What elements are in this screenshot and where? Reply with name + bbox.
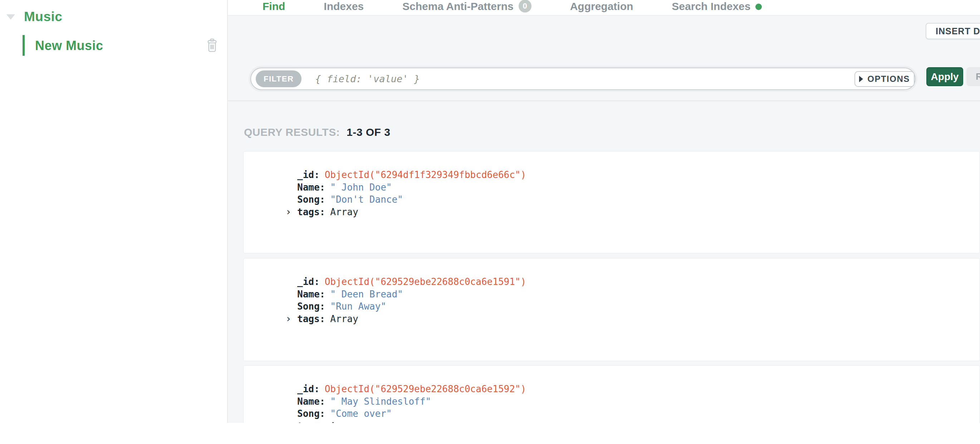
- field-key: tags:: [297, 207, 325, 217]
- field-value[interactable]: "Run Away": [330, 301, 386, 312]
- document-field-tags: › tags:Array: [243, 206, 980, 219]
- field-value[interactable]: "Don't Dance": [330, 194, 403, 205]
- document-card: _id:ObjectId("629529ebe22688c0ca6e1592")…: [243, 365, 980, 423]
- field-key: _id:: [297, 384, 320, 394]
- main-panel: Find Indexes Schema Anti-Patterns 0 Aggr…: [228, 0, 980, 423]
- query-results-count: 1-3 OF 3: [347, 126, 390, 138]
- trash-icon[interactable]: [206, 38, 218, 52]
- query-results-area: QUERY RESULTS: 1-3 OF 3 _id:ObjectId("62…: [228, 101, 980, 423]
- insert-document-button[interactable]: INSERT DOCU: [926, 23, 980, 39]
- field-value[interactable]: " John Doe": [330, 182, 391, 193]
- tab-schema-anti-patterns[interactable]: Schema Anti-Patterns 0: [402, 0, 531, 13]
- query-results-header: QUERY RESULTS: 1-3 OF 3: [244, 126, 390, 138]
- document-field-song: Song:"Don't Dance": [243, 193, 980, 206]
- tab-indexes[interactable]: Indexes: [324, 0, 364, 13]
- green-dot-icon: [756, 3, 762, 10]
- database-name[interactable]: Music: [24, 9, 62, 24]
- field-value[interactable]: " Deen Bread": [330, 289, 403, 300]
- field-key: Name:: [297, 396, 325, 407]
- field-key: tags:: [297, 421, 325, 423]
- field-key: Name:: [297, 289, 325, 300]
- options-button[interactable]: OPTIONS: [854, 71, 915, 87]
- document-field-tags: › tags:Array: [243, 420, 980, 423]
- tab-search-indexes-label: Search Indexes: [672, 0, 750, 13]
- sidebar-item-collection[interactable]: New Music: [0, 35, 227, 56]
- expand-chevron-icon[interactable]: ›: [286, 313, 296, 325]
- apply-button[interactable]: Apply: [926, 67, 963, 86]
- field-value[interactable]: Array: [330, 207, 358, 217]
- count-badge: 0: [519, 0, 531, 13]
- filter-input[interactable]: [315, 73, 847, 84]
- document-field-id: _id:ObjectId("629529ebe22688c0ca6e1591"): [243, 276, 980, 288]
- document-card: _id:ObjectId("629529ebe22688c0ca6e1591")…: [243, 258, 980, 361]
- tab-find-label: Find: [262, 0, 285, 13]
- document-field-name: Name:" John Doe": [243, 181, 980, 194]
- tab-schema-anti-patterns-label: Schema Anti-Patterns: [402, 0, 514, 13]
- query-toolbar: INSERT DOCU FILTER OPTIONS Apply R: [228, 16, 980, 101]
- expand-chevron-icon[interactable]: ›: [286, 420, 296, 423]
- field-key: Song:: [297, 301, 325, 312]
- tab-search-indexes[interactable]: Search Indexes: [672, 0, 762, 13]
- field-value[interactable]: Array: [330, 314, 358, 324]
- collection-name[interactable]: New Music: [35, 38, 103, 53]
- field-value[interactable]: Array: [330, 421, 358, 423]
- reset-label: R: [976, 71, 980, 82]
- tab-indexes-label: Indexes: [324, 0, 364, 13]
- document-field-tags: › tags:Array: [243, 313, 980, 325]
- field-key: _id:: [297, 170, 320, 180]
- tab-aggregation-label: Aggregation: [570, 0, 633, 13]
- document-card: _id:ObjectId("6294df1f329349fbbcd6e66c")…: [243, 151, 980, 254]
- tab-find[interactable]: Find: [262, 0, 285, 13]
- tab-aggregation[interactable]: Aggregation: [570, 0, 633, 13]
- field-key: Name:: [297, 182, 325, 193]
- document-field-id: _id:ObjectId("629529ebe22688c0ca6e1592"): [243, 383, 980, 395]
- query-results-label: QUERY RESULTS:: [244, 126, 340, 138]
- field-value[interactable]: ObjectId("629529ebe22688c0ca6e1592"): [325, 384, 527, 394]
- active-indicator: [22, 35, 25, 56]
- sidebar-item-database[interactable]: Music: [0, 9, 227, 26]
- triangle-right-icon: [859, 76, 863, 82]
- document-field-name: Name:" May Slindesloff": [243, 395, 980, 408]
- apply-label: Apply: [931, 71, 959, 82]
- field-key: Song:: [297, 408, 325, 419]
- sidebar: Music New Music: [0, 0, 228, 423]
- reset-button[interactable]: R: [966, 67, 980, 86]
- document-field-id: _id:ObjectId("6294df1f329349fbbcd6e66c"): [243, 169, 980, 181]
- filter-bar: FILTER OPTIONS: [250, 68, 916, 90]
- filter-badge: FILTER: [256, 70, 302, 87]
- insert-document-label: INSERT DOCU: [935, 26, 980, 36]
- options-label: OPTIONS: [867, 74, 910, 84]
- document-field-song: Song:"Run Away": [243, 300, 980, 313]
- document-field-song: Song:"Come over": [243, 408, 980, 420]
- field-value[interactable]: "Come over": [330, 408, 391, 419]
- field-key: tags:: [297, 314, 325, 324]
- field-value[interactable]: ObjectId("6294df1f329349fbbcd6e66c"): [325, 170, 527, 180]
- expand-chevron-icon[interactable]: ›: [286, 206, 296, 219]
- field-value[interactable]: " May Slindesloff": [330, 396, 431, 407]
- caret-down-icon[interactable]: [6, 14, 15, 20]
- field-key: Song:: [297, 194, 325, 205]
- field-key: _id:: [297, 276, 320, 287]
- collection-tabbar: Find Indexes Schema Anti-Patterns 0 Aggr…: [228, 0, 980, 16]
- field-value[interactable]: ObjectId("629529ebe22688c0ca6e1591"): [325, 276, 527, 287]
- compass-window: Music New Music Find: [0, 0, 980, 444]
- document-field-name: Name:" Deen Bread": [243, 288, 980, 301]
